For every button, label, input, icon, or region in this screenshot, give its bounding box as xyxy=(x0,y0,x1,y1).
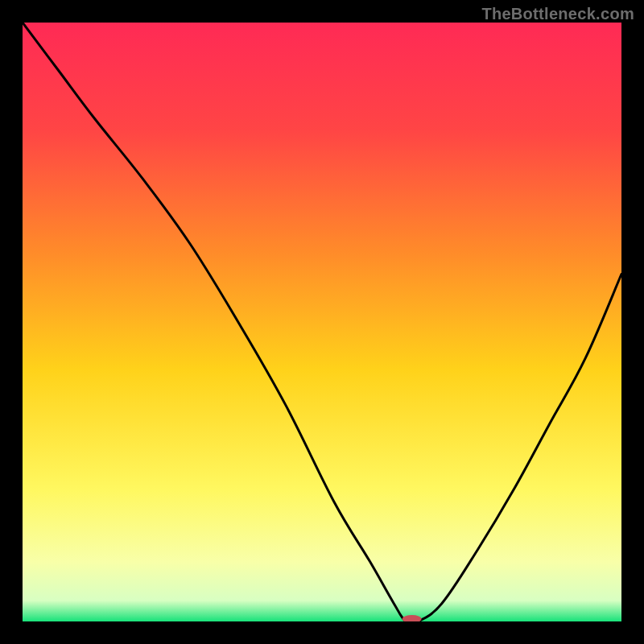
chart-svg xyxy=(23,23,621,621)
plot-area xyxy=(23,23,621,621)
watermark-label: TheBottleneck.com xyxy=(481,5,634,23)
chart-container: TheBottleneck.com xyxy=(0,0,644,644)
gradient-background xyxy=(23,23,621,621)
